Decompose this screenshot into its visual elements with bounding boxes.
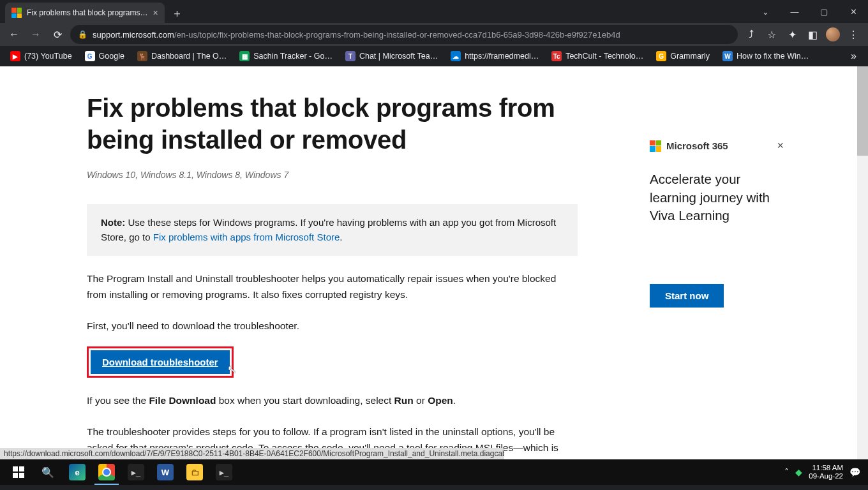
terminal-icon-1[interactable]: ▸_ bbox=[121, 459, 151, 485]
bookmark-favicon: ▦ bbox=[239, 51, 250, 61]
bookmark-item[interactable]: WHow to fix the Win… bbox=[717, 48, 814, 64]
bookmark-favicon: ▶ bbox=[10, 51, 20, 61]
ms-logo-icon bbox=[650, 140, 661, 152]
ms365-brand: Microsoft 365 bbox=[650, 140, 728, 152]
close-window-button[interactable]: ✕ bbox=[839, 0, 868, 23]
note-label: Note: bbox=[101, 217, 125, 228]
bookmarks-overflow-icon[interactable]: » bbox=[844, 48, 863, 64]
paragraph-2: First, you'll need to download the troub… bbox=[87, 318, 578, 334]
bookmarks-bar: ▶(73) YouTubeGGoogle🦌Dashboard | The O…▦… bbox=[0, 46, 868, 66]
bookmark-favicon: ☁ bbox=[451, 51, 461, 61]
browser-chrome: Fix problems that block programs… × + ⌄ … bbox=[0, 0, 868, 66]
bookmark-label: TechCult - Technolo… bbox=[565, 52, 643, 61]
notifications-icon[interactable]: 💬 bbox=[849, 467, 860, 477]
scrollbar-thumb[interactable] bbox=[857, 66, 868, 156]
article: Fix problems that block programs from be… bbox=[0, 66, 578, 459]
download-troubleshooter-button[interactable]: Download troubleshooter bbox=[91, 350, 230, 374]
note-box: Note: Use these steps for Windows progra… bbox=[87, 204, 578, 256]
paragraph-1: The Program Install and Uninstall troubl… bbox=[87, 271, 578, 303]
bookmark-item[interactable]: ▦Sachin Tracker - Go… bbox=[234, 48, 338, 64]
window-controls: ⌄ — ▢ ✕ bbox=[751, 0, 868, 23]
sidepanel-icon[interactable]: ◧ bbox=[803, 25, 822, 44]
bookmark-favicon: T bbox=[345, 51, 355, 61]
clock-date: 09-Aug-22 bbox=[809, 472, 843, 480]
clock[interactable]: 11:58 AM 09-Aug-22 bbox=[809, 464, 843, 480]
tab-title: Fix problems that block programs… bbox=[27, 8, 147, 17]
bookmark-favicon: G bbox=[656, 51, 666, 61]
paragraph-3: If you see the File Download box when yo… bbox=[87, 393, 578, 409]
new-tab-button[interactable]: + bbox=[168, 5, 186, 23]
download-button-highlight: Download troubleshooter bbox=[87, 346, 234, 378]
bookmark-label: Sachin Tracker - Go… bbox=[253, 52, 333, 61]
share-icon[interactable]: ⤴ bbox=[742, 25, 761, 44]
ms365-label: Microsoft 365 bbox=[666, 140, 728, 151]
bookmark-item[interactable]: ☁https://framedmedi… bbox=[445, 48, 544, 64]
bookmark-item[interactable]: GGrammarly bbox=[651, 48, 715, 64]
bookmark-favicon: G bbox=[85, 51, 95, 61]
bookmark-item[interactable]: GGoogle bbox=[80, 48, 130, 64]
tab-search-icon[interactable]: ⌄ bbox=[751, 0, 780, 23]
clock-time: 11:58 AM bbox=[809, 464, 843, 472]
promo-card: Microsoft 365 × Accelerate your learning… bbox=[650, 139, 784, 308]
applies-to: Windows 10, Windows 8.1, Windows 8, Wind… bbox=[87, 170, 578, 180]
promo-headline: Accelerate your learning journey with Vi… bbox=[650, 170, 784, 225]
bookmark-favicon: W bbox=[722, 51, 733, 61]
link-status: https://download.microsoft.com/download/… bbox=[0, 448, 504, 459]
address-bar[interactable]: 🔒 support.microsoft.com/en-us/topic/fix-… bbox=[70, 25, 738, 44]
reload-button[interactable]: ⟳ bbox=[49, 26, 66, 43]
tab-strip: Fix problems that block programs… × + ⌄ … bbox=[0, 0, 868, 23]
bookmark-item[interactable]: ▶(73) YouTube bbox=[5, 48, 77, 64]
bookmark-item[interactable]: TChat | Microsoft Tea… bbox=[340, 48, 443, 64]
promo-close-icon[interactable]: × bbox=[777, 139, 784, 152]
ms-favicon bbox=[11, 8, 22, 18]
vertical-scrollbar[interactable] bbox=[857, 66, 868, 459]
tab-active[interactable]: Fix problems that block programs… × bbox=[5, 3, 165, 23]
terminal-icon-2[interactable]: ▸_ bbox=[209, 459, 239, 485]
page-viewport: Fix problems that block programs from be… bbox=[0, 66, 868, 459]
word-icon[interactable]: W bbox=[151, 459, 180, 485]
search-button[interactable]: 🔍 bbox=[33, 459, 63, 485]
taskbar: 🔍 e ▸_ W 🗀 ▸_ ˄ ◆ 11:58 AM 09-Aug-22 💬 bbox=[0, 459, 868, 485]
bookmark-label: Grammarly bbox=[670, 52, 710, 61]
bookmark-label: Dashboard | The O… bbox=[151, 52, 227, 61]
bookmark-favicon: Tc bbox=[551, 51, 562, 61]
toolbar-icons: ⤴ ☆ ✦ ◧ ⋮ bbox=[742, 25, 863, 44]
tray-app-icon[interactable]: ◆ bbox=[795, 467, 802, 477]
bookmark-item[interactable]: TcTechCult - Technolo… bbox=[546, 48, 648, 64]
extensions-icon[interactable]: ✦ bbox=[782, 25, 802, 44]
bookmark-label: How to fix the Win… bbox=[737, 52, 809, 61]
edge-icon[interactable]: e bbox=[63, 459, 92, 485]
forward-button[interactable]: → bbox=[27, 26, 45, 43]
page-title: Fix problems that block programs from be… bbox=[87, 92, 578, 156]
menu-icon[interactable]: ⋮ bbox=[844, 25, 863, 44]
profile-avatar[interactable] bbox=[823, 25, 842, 44]
bookmark-item[interactable]: 🦌Dashboard | The O… bbox=[132, 48, 232, 64]
lock-icon: 🔒 bbox=[78, 30, 87, 39]
bookmark-label: (73) YouTube bbox=[24, 52, 72, 61]
url-text: support.microsoft.com/en-us/topic/fix-pr… bbox=[93, 30, 620, 40]
start-now-button[interactable]: Start now bbox=[650, 284, 724, 308]
bookmark-favicon: 🦌 bbox=[137, 51, 147, 61]
bookmark-label: Google bbox=[99, 52, 124, 61]
minimize-button[interactable]: — bbox=[780, 0, 809, 23]
start-button[interactable] bbox=[4, 459, 33, 485]
bookmark-star-icon[interactable]: ☆ bbox=[762, 25, 781, 44]
tray-chevron-icon[interactable]: ˄ bbox=[784, 467, 789, 477]
system-tray: ˄ ◆ 11:58 AM 09-Aug-22 💬 bbox=[784, 464, 864, 480]
file-explorer-icon[interactable]: 🗀 bbox=[180, 459, 209, 485]
toolbar: ← → ⟳ 🔒 support.microsoft.com/en-us/topi… bbox=[0, 23, 868, 46]
note-link[interactable]: Fix problems with apps from Microsoft St… bbox=[153, 232, 340, 242]
bookmark-label: https://framedmedi… bbox=[465, 52, 539, 61]
maximize-button[interactable]: ▢ bbox=[809, 0, 839, 23]
bookmark-label: Chat | Microsoft Tea… bbox=[359, 52, 438, 61]
chrome-icon[interactable] bbox=[92, 459, 121, 485]
close-icon[interactable]: × bbox=[153, 8, 158, 18]
back-button[interactable]: ← bbox=[5, 26, 23, 43]
